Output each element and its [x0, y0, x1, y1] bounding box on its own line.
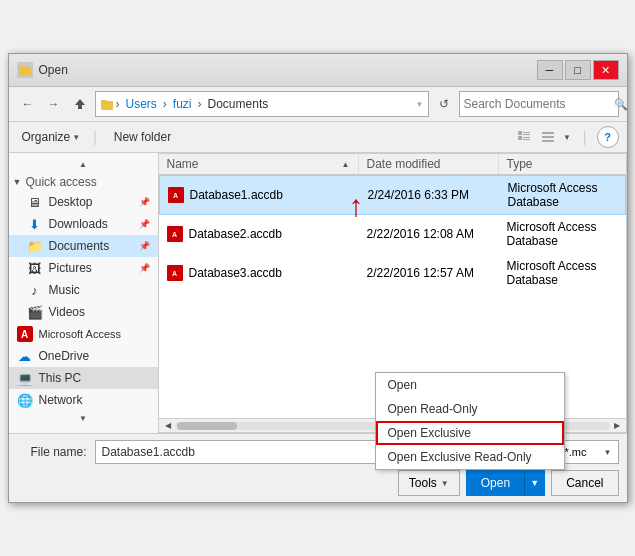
sidebar-item-videos[interactable]: 🎬 Videos [9, 301, 158, 323]
svg-rect-9 [523, 139, 530, 140]
breadcrumb-fuzi[interactable]: fuzi [169, 95, 196, 113]
table-row[interactable]: A Database2.accdb 2/22/2016 12:08 AM Mic… [159, 215, 626, 254]
svg-rect-1 [19, 66, 25, 68]
sidebar-scroll-up[interactable]: ▲ [9, 157, 158, 171]
desktop-icon: 🖥 [27, 194, 43, 210]
minimize-button[interactable]: ─ [537, 60, 563, 80]
filetype-dropdown-icon: ▼ [604, 448, 612, 457]
organize-arrow-icon: ▼ [72, 133, 80, 142]
action-bar: Organize ▼ | New folder [9, 122, 627, 153]
pin-icon: 📌 [139, 263, 150, 273]
filename-input[interactable]: Database1.accdb ▼ [95, 440, 421, 464]
svg-rect-5 [523, 132, 530, 133]
sidebar-item-network[interactable]: 🌐 Network [9, 389, 158, 411]
forward-button[interactable]: → [43, 93, 65, 115]
view-dropdown-icon[interactable]: ▼ [561, 126, 573, 148]
this-pc-icon: 💻 [17, 370, 33, 386]
sidebar-item-pictures[interactable]: 🖼 Pictures 📌 [9, 257, 158, 279]
sidebar-item-this-pc[interactable]: 💻 This PC [9, 367, 158, 389]
dropdown-open-label: Open [388, 378, 417, 392]
sidebar-item-documents[interactable]: 📁 Documents 📌 [9, 235, 158, 257]
table-row[interactable]: A Database3.accdb 2/22/2016 12:57 AM Mic… [159, 254, 626, 293]
column-type[interactable]: Type [499, 154, 627, 174]
svg-rect-8 [523, 137, 530, 138]
view-details-button[interactable] [513, 126, 535, 148]
dropdown-open-read-only-label: Open Read-Only [388, 402, 478, 416]
svg-rect-0 [19, 67, 31, 76]
organize-label: Organize [22, 130, 71, 144]
back-button[interactable]: ← [17, 93, 39, 115]
dropdown-item-open-exclusive-read-only[interactable]: Open Exclusive Read-Only [376, 445, 564, 469]
accdb-icon: A [168, 187, 184, 203]
breadcrumb-sep3: › [198, 97, 202, 111]
refresh-button[interactable]: ↺ [433, 93, 455, 115]
breadcrumb-sep2: › [163, 97, 167, 111]
scrollbar-thumb[interactable] [177, 422, 237, 430]
organize-button[interactable]: Organize ▼ [17, 127, 86, 147]
open-button[interactable]: Open [467, 471, 524, 495]
file-date-cell: 2/22/2016 12:57 AM [359, 263, 499, 283]
file-type-cell: Microsoft Access Database [499, 256, 626, 290]
file-date-cell: 2/24/2016 6:33 PM [360, 185, 500, 205]
file-header: Name ▲ Date modified Type Size [159, 154, 626, 175]
downloads-icon: ⬇ [27, 216, 43, 232]
sidebar-item-downloads[interactable]: ⬇ Downloads 📌 [9, 213, 158, 235]
scroll-right-button[interactable]: ▶ [610, 419, 624, 433]
tools-button[interactable]: Tools ▼ [398, 470, 460, 496]
file-type-cell: Microsoft Access Database [500, 178, 626, 212]
title-controls: ─ □ ✕ [537, 60, 619, 80]
sidebar-item-label: Microsoft Access [39, 328, 150, 340]
svg-rect-12 [542, 140, 554, 142]
file-name: Database1.accdb [190, 188, 283, 202]
sidebar-item-label: Pictures [49, 261, 133, 275]
music-icon: ♪ [27, 282, 43, 298]
accdb-icon: A [167, 226, 183, 242]
view-list-button[interactable] [537, 126, 559, 148]
sidebar-item-label: Documents [49, 239, 133, 253]
view-controls: ▼ [513, 126, 573, 148]
videos-icon: 🎬 [27, 304, 43, 320]
cancel-button[interactable]: Cancel [551, 470, 618, 496]
svg-rect-6 [523, 134, 530, 135]
sidebar-item-ms-access[interactable]: A Microsoft Access [9, 323, 158, 345]
file-name: Database2.accdb [189, 227, 282, 241]
dropdown-item-open-exclusive[interactable]: Open Exclusive [376, 421, 564, 445]
sidebar-item-music[interactable]: ♪ Music [9, 279, 158, 301]
file-name-cell: A Database2.accdb [159, 223, 359, 245]
pin-icon: 📌 [139, 197, 150, 207]
title-bar-left: Open [17, 62, 68, 78]
open-dialog: Open ─ □ ✕ ← → › Users › fuzi › Document… [8, 53, 628, 503]
up-button[interactable] [69, 93, 91, 115]
breadcrumb-dropdown-icon[interactable]: ▼ [416, 100, 424, 109]
dropdown-item-open-read-only[interactable]: Open Read-Only [376, 397, 564, 421]
maximize-button[interactable]: □ [565, 60, 591, 80]
sidebar-item-onedrive[interactable]: ☁ OneDrive [9, 345, 158, 367]
help-button[interactable]: ? [597, 126, 619, 148]
open-dropdown-button[interactable]: ▼ [524, 471, 544, 495]
svg-rect-2 [101, 101, 113, 110]
documents-icon: 📁 [27, 238, 43, 254]
file-name: Database3.accdb [189, 266, 282, 280]
table-row[interactable]: A Database1.accdb 2/24/2016 6:33 PM Micr… [159, 175, 626, 215]
column-name[interactable]: Name ▲ [159, 154, 359, 174]
file-name-cell: A Database3.accdb [159, 262, 359, 284]
svg-rect-3 [101, 100, 107, 102]
ms-access-icon: A [17, 326, 33, 342]
scroll-left-button[interactable]: ◀ [161, 419, 175, 433]
close-button[interactable]: ✕ [593, 60, 619, 80]
sidebar-section-quick-access[interactable]: ▼ Quick access [9, 171, 158, 191]
svg-rect-7 [518, 136, 522, 140]
search-icon: 🔍 [614, 98, 628, 111]
sidebar-item-desktop[interactable]: 🖥 Desktop 📌 [9, 191, 158, 213]
pictures-icon: 🖼 [27, 260, 43, 276]
pin-icon: 📌 [139, 219, 150, 229]
dropdown-item-open[interactable]: Open [376, 373, 564, 397]
sidebar-scroll-down[interactable]: ▼ [9, 411, 158, 425]
breadcrumb-users[interactable]: Users [122, 95, 161, 113]
column-date[interactable]: Date modified [359, 154, 499, 174]
dialog-title: Open [39, 63, 68, 77]
new-folder-button[interactable]: New folder [105, 127, 180, 147]
sidebar-item-label: Music [49, 283, 150, 297]
search-input[interactable] [464, 97, 614, 111]
sidebar-item-label: Quick access [25, 175, 96, 189]
